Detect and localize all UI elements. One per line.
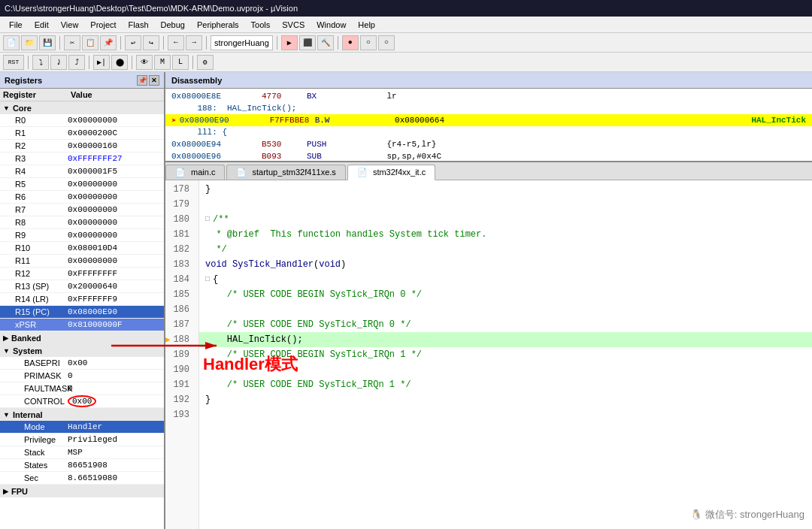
reg-name-r15: R15 (PC) [0,307,68,316]
tb-misc3[interactable]: ○ [378,35,395,50]
expand-180[interactable]: □ [205,212,210,227]
reg-row-xpsr[interactable]: xPSR 0x81000000F [0,319,164,331]
reg-val-r8: 0x00000000 [68,218,164,227]
tb-redo[interactable]: ↪ [143,35,159,50]
tb2-step-in[interactable]: ⤵ [32,55,49,70]
tb-new[interactable]: 📄 [3,35,20,50]
tb2-logic[interactable]: L [172,55,189,70]
reg-close-btn[interactable]: ✕ [149,75,159,86]
code-line-179 [199,197,812,212]
tb-left[interactable]: ← [168,35,184,50]
fpu-section[interactable]: ▶ FPU [0,485,164,497]
disasm-ops-6: sp,sp,#0x4C [367,152,806,161]
menu-project[interactable]: Project [84,19,122,31]
code-area[interactable]: } □ /** * @brief This function handles S… [199,180,812,529]
reg-pin-btn[interactable]: 📌 [137,75,147,86]
menu-edit[interactable]: Edit [29,19,55,31]
expand-184[interactable]: □ [205,272,210,287]
code-178-content: } [205,182,211,197]
reg-row-faultmask[interactable]: FAULTMASK 0 [0,382,164,395]
reg-row-states[interactable]: States 86651908 [0,459,164,472]
tb2-step-over[interactable]: ⤸ [50,55,67,70]
stm32-it-icon: 📄 [357,168,368,177]
reg-row-primask[interactable]: PRIMASK 0 [0,370,164,382]
menu-flash[interactable]: Flash [123,19,155,31]
reg-row-control[interactable]: CONTROL 0x00 [0,395,164,408]
registers-header: Registers 📌 ✕ [0,72,164,89]
reg-row-r6[interactable]: R6 0x00000000 [0,191,164,204]
system-section[interactable]: ▼ System [0,344,164,357]
search-box[interactable]: strongerHuang [211,35,273,50]
sep9 [132,56,132,69]
menu-tools[interactable]: Tools [245,19,277,31]
reg-row-r12[interactable]: R12 0xFFFFFFFF [0,268,164,280]
menu-help[interactable]: Help [352,19,381,31]
menu-debug[interactable]: Debug [155,19,191,31]
tb-copy[interactable]: 📋 [82,35,98,50]
reg-row-r9[interactable]: R9 0x00000000 [0,229,164,242]
menu-view[interactable]: View [55,19,85,31]
tab-main-c[interactable]: 📄 main.c [165,165,225,180]
reg-row-stack[interactable]: Stack MSP [0,446,164,459]
control-oval: 0x00 [68,395,96,407]
tab-startup[interactable]: 📄 startup_stm32f411xe.s [226,165,345,180]
ln-181: 181 [165,227,194,242]
reg-row-r14[interactable]: R14 (LR) 0xFFFFFFF9 [0,293,164,306]
tb2-step-out[interactable]: ⤴ [68,55,85,70]
reg-row-r15[interactable]: R15 (PC) 0x08000E90 [0,306,164,319]
tab-stm32-it[interactable]: 📄 stm32f4xx_it.c [347,165,435,180]
tb-undo[interactable]: ↩ [125,35,141,50]
menu-file[interactable]: File [3,19,29,31]
menu-peripherals[interactable]: Peripherals [191,19,245,31]
reg-row-r5[interactable]: R5 0x00000000 [0,178,164,191]
reg-row-r11[interactable]: R11 0x00000000 [0,255,164,268]
sep5 [277,36,277,50]
tb2-run-to[interactable]: ▶| [93,55,110,70]
internal-expand-icon: ▼ [3,411,10,419]
tb2-bp[interactable]: ⬤ [111,55,128,70]
disasm-body: 0x08000E8E 4770 BX lr 188: HAL_IncTick()… [165,89,812,164]
reg-row-r3[interactable]: R3 0xFFFFFFF27 [0,153,164,165]
banked-section[interactable]: ▶ Banked [0,331,164,344]
reg-row-r8[interactable]: R8 0x00000000 [0,216,164,229]
tb2-reset[interactable]: RST [3,55,24,70]
ln-179: 179 [165,197,194,212]
tb-save[interactable]: 💾 [39,35,56,50]
reg-row-privilege[interactable]: Privilege Privileged [0,434,164,446]
tb-misc2[interactable]: ○ [360,35,377,50]
disasm-row-6: 0x08000E96 B093 SUB sp,sp,#0x4C [165,150,812,162]
menu-svcs[interactable]: SVCS [276,19,311,31]
tb-open[interactable]: 📁 [21,35,38,50]
reg-row-r2[interactable]: R2 0x00000160 [0,140,164,153]
reg-row-sec[interactable]: Sec 8.66519080 [0,472,164,485]
reg-row-r13[interactable]: R13 (SP) 0x20000640 [0,280,164,293]
core-section[interactable]: ▼ Core [0,101,164,114]
reg-row-mode[interactable]: Mode Handler [0,421,164,434]
tb-stop[interactable]: ⬛ [299,35,316,50]
tb-right[interactable]: → [186,35,202,50]
menu-bar: File Edit View Project Flash Debug Perip… [0,17,812,33]
reg-val-r5: 0x00000000 [68,180,164,189]
reg-name-r4: R4 [0,167,68,176]
reg-row-basepri[interactable]: BASEPRI 0x00 [0,357,164,370]
tb-misc1[interactable]: ● [342,35,359,50]
sep2 [120,36,121,50]
tb2-settings[interactable]: ⚙ [197,55,214,70]
reg-name-r8: R8 [0,218,68,227]
reg-row-r10[interactable]: R10 0x080010D4 [0,242,164,255]
internal-section[interactable]: ▼ Internal [0,408,164,421]
reg-row-r0[interactable]: R0 0x00000000 [0,114,164,127]
reg-row-r7[interactable]: R7 0x00000000 [0,204,164,216]
reg-row-r4[interactable]: R4 0x000001F5 [0,165,164,178]
tb2-mem[interactable]: M [154,55,171,70]
code-180-content: /** [213,212,229,227]
tb-build[interactable]: 🔨 [317,35,334,50]
disasm-header: Disassembly [165,72,812,89]
reg-row-r1[interactable]: R1 0x0000200C [0,127,164,140]
menu-window[interactable]: Window [311,19,352,31]
tb-paste[interactable]: 📌 [100,35,117,50]
tb-run[interactable]: ▶ [281,35,298,50]
reg-name-r6: R6 [0,192,68,201]
tb-cut[interactable]: ✂ [64,35,80,50]
tb2-watch[interactable]: 👁 [136,55,153,70]
